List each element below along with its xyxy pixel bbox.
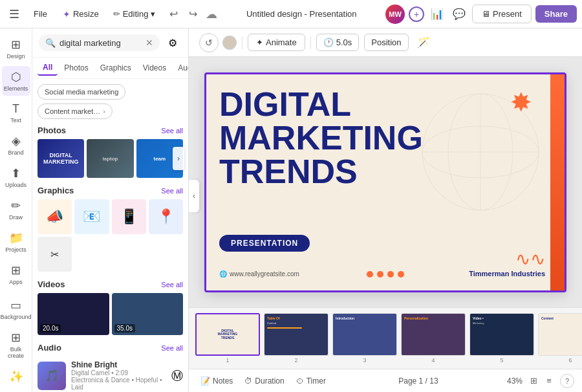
sidebar-item-elements[interactable]: ⬡ Elements xyxy=(2,66,30,96)
sidebar-label-design: Design xyxy=(6,53,25,60)
filmstrip-thumb-2[interactable]: Table Of Content 2 xyxy=(264,313,329,364)
slide-url: 🌐 www.reallygreatsite.com xyxy=(219,270,299,278)
graphics-title: Graphics xyxy=(38,186,74,195)
suggestion-chip-1[interactable]: Social media marketing xyxy=(38,84,125,100)
photos-next-button[interactable]: › xyxy=(173,147,184,170)
tab-photos[interactable]: Photos xyxy=(59,61,93,75)
videos-title: Videos xyxy=(38,279,65,289)
redo-button[interactable]: ↪ xyxy=(184,5,202,23)
slide-dot-2 xyxy=(377,271,383,278)
background-icon: ▭ xyxy=(10,298,21,312)
undo-button[interactable]: ↩ xyxy=(164,5,182,23)
filmstrip-thumb-3[interactable]: Introduction 3 xyxy=(332,313,397,364)
sidebar-label-brand: Brand xyxy=(8,149,23,156)
thumb-num-5: 5 xyxy=(500,357,503,364)
timer-bottom-button[interactable]: ⏲ Timer xyxy=(292,375,330,387)
graphic-thumb-5[interactable]: ✂ xyxy=(38,237,72,272)
slide-dot-1 xyxy=(367,271,373,278)
audio-see-all[interactable]: See all xyxy=(161,344,183,352)
list-view-button[interactable]: ≡ xyxy=(542,374,556,388)
slide-canvas[interactable]: ✸ DIGITAL MARKETING TRENDS PRESENTATION … xyxy=(204,72,566,292)
timer-button[interactable]: 🕐 5.0s xyxy=(316,34,360,51)
tab-graphics[interactable]: Graphics xyxy=(95,61,136,75)
audio-item-1[interactable]: 🎵 Shine Bright Digital Camel • 2:09 Elec… xyxy=(38,356,183,392)
videos-see-all[interactable]: See all xyxy=(161,281,183,289)
tab-audio[interactable]: Audio xyxy=(173,61,188,75)
position-button[interactable]: Position xyxy=(364,34,408,51)
notes-button[interactable]: 📝 Notes xyxy=(197,375,237,387)
suggestion-chip-2[interactable]: Content market… › xyxy=(38,103,113,119)
filmstrip-thumb-5[interactable]: Video • Marketing 5 xyxy=(469,313,534,364)
collapse-panel-button[interactable]: ‹ xyxy=(189,180,199,212)
zoom-level[interactable]: 43% xyxy=(507,376,523,386)
sidebar-item-background[interactable]: ▭ Background xyxy=(2,294,30,324)
sidebar-label-text: Text xyxy=(10,117,21,124)
slide-starburst-icon: ✸ xyxy=(510,87,532,117)
editing-button[interactable]: ✏ Editing ▾ xyxy=(108,6,161,21)
wand-button[interactable]: 🪄 xyxy=(414,33,433,52)
sidebar-item-bulk-create[interactable]: ⊞ Bulk create xyxy=(2,327,30,363)
top-bar-left: ☰ File ✦ Resize ✏ Editing ▾ ↩ ↪ ☁ xyxy=(5,5,217,23)
thumb-img-6: Content xyxy=(538,313,582,356)
slide-title-line3: TRENDS xyxy=(219,155,423,188)
video-thumb-2[interactable]: 35.0s xyxy=(112,293,184,335)
projects-icon: 📁 xyxy=(9,231,23,245)
sidebar-item-text[interactable]: T Text xyxy=(2,98,30,127)
sidebar-item-apps[interactable]: ⊞ Apps xyxy=(2,259,30,289)
sidebar-item-design[interactable]: ⊞ Design xyxy=(2,34,30,63)
share-button[interactable]: Share xyxy=(535,5,577,23)
present-button[interactable]: 🖥 Present xyxy=(472,5,532,23)
graphic-thumb-3[interactable]: 📱 xyxy=(112,199,146,234)
duration-button[interactable]: ⏱ Duration xyxy=(241,375,288,387)
chip-more-icon: › xyxy=(103,107,105,115)
graphics-see-all[interactable]: See all xyxy=(161,187,183,195)
graphic-thumb-4[interactable]: 📍 xyxy=(149,199,183,234)
globe-icon: 🌐 xyxy=(219,270,227,278)
slide-dots xyxy=(367,271,404,278)
thumb-img-2: Table Of Content xyxy=(264,313,329,356)
file-button[interactable]: File xyxy=(27,6,54,21)
comments-icon[interactable]: 💬 xyxy=(450,5,468,23)
analytics-icon[interactable]: 📊 xyxy=(428,5,446,23)
photos-title: Photos xyxy=(38,125,66,135)
toolbar: ↺ ✦ Animate 🕐 5.0s Position 🪄 xyxy=(189,28,582,57)
add-collaborator-button[interactable]: + xyxy=(409,6,424,22)
panel-content: Social media marketing Content market… ›… xyxy=(32,79,188,392)
thumb-num-6: 6 xyxy=(568,357,572,364)
menu-icon[interactable]: ☰ xyxy=(5,5,23,23)
toolbar-divider-2 xyxy=(310,36,311,49)
sidebar-item-draw[interactable]: ✏ Draw xyxy=(2,195,30,224)
video-thumb-1[interactable]: 20.0s xyxy=(38,293,109,335)
uploads-icon: ⬆ xyxy=(11,166,21,180)
clear-search-button[interactable]: ✕ xyxy=(146,38,153,48)
tab-videos[interactable]: Videos xyxy=(138,61,171,75)
resize-button[interactable]: ✦ Resize xyxy=(58,6,104,22)
photo-thumb-1[interactable]: DIGITALMARKETING xyxy=(38,139,84,178)
color-picker[interactable] xyxy=(222,36,237,50)
filmstrip-thumb-1[interactable]: DIGITALMARKETINGTRENDS 1 xyxy=(195,313,260,364)
tab-all[interactable]: All xyxy=(38,60,58,76)
videos-section-header: Videos See all xyxy=(38,279,183,289)
grid-view-button[interactable]: ⊞ xyxy=(526,374,541,388)
apps-icon: ⊞ xyxy=(11,263,21,278)
canvas-wrapper: ‹ ✸ DIGITAL MARKETING xyxy=(189,57,582,307)
sidebar-item-magic[interactable]: ✨ xyxy=(2,365,30,387)
animate-button[interactable]: ✦ Animate xyxy=(248,34,305,51)
sidebar-item-projects[interactable]: 📁 Projects xyxy=(2,227,30,257)
slide-right-bar xyxy=(550,74,565,290)
slide-badge: PRESENTATION xyxy=(219,235,310,252)
search-input[interactable] xyxy=(59,38,142,48)
sidebar-item-uploads[interactable]: ⬆ Uploads xyxy=(2,162,30,192)
avatar[interactable]: MW xyxy=(385,5,405,24)
slide-brand-name: Timmerman Industries xyxy=(469,270,545,278)
help-button[interactable]: ? xyxy=(560,374,574,388)
filter-button[interactable]: ⚙ xyxy=(164,34,182,52)
filmstrip-thumb-6[interactable]: Content 6 xyxy=(538,313,582,364)
graphic-thumb-1[interactable]: 📣 xyxy=(38,199,72,234)
graphic-thumb-2[interactable]: 📧 xyxy=(74,199,109,234)
photos-see-all[interactable]: See all xyxy=(161,127,183,135)
refresh-button[interactable]: ↺ xyxy=(199,33,219,52)
filmstrip-thumb-4[interactable]: Personalization 4 xyxy=(401,313,466,364)
sidebar-item-brand[interactable]: ◈ Brand xyxy=(2,130,30,160)
photo-thumb-2[interactable]: laptop xyxy=(87,139,133,178)
